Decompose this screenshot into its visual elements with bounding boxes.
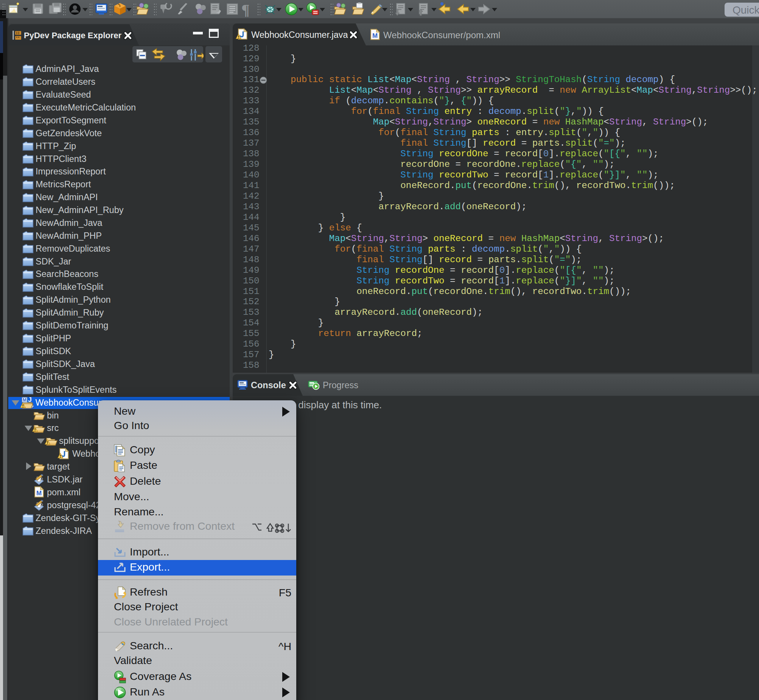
svg-text:M: M bbox=[23, 397, 27, 403]
svg-text:J: J bbox=[28, 397, 31, 403]
